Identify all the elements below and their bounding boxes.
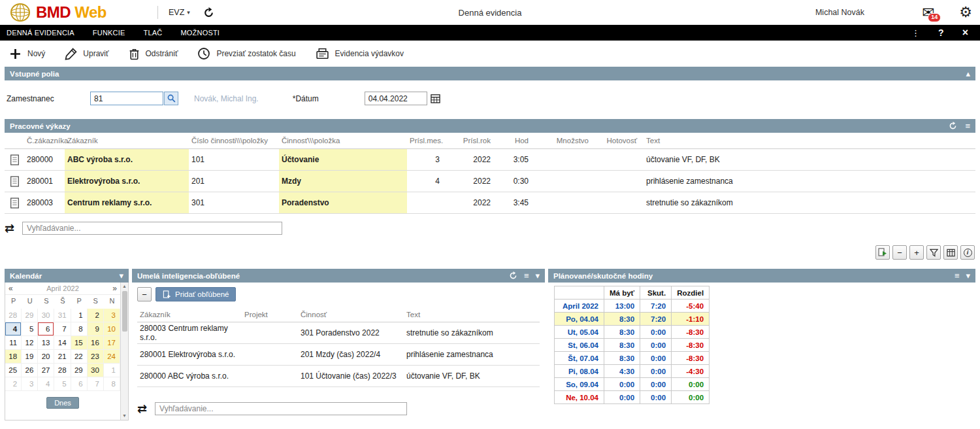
calendar-day[interactable]: 2 bbox=[88, 309, 104, 322]
remove-favorite-button[interactable]: − bbox=[137, 287, 152, 301]
calendar-day[interactable]: 18 bbox=[5, 350, 22, 364]
settings-gear-icon[interactable]: ⚙ bbox=[959, 5, 972, 20]
calendar-day[interactable]: 30 bbox=[38, 309, 54, 322]
calendar-day[interactable]: 28 bbox=[5, 309, 22, 322]
hours-row[interactable]: So, 09.04 0:00 0:00 0:00 bbox=[555, 378, 710, 391]
calendar-scrollbar[interactable]: ▲ ▼ bbox=[120, 283, 128, 420]
worklog-refresh-icon[interactable] bbox=[949, 122, 957, 130]
calendar-day[interactable]: 28 bbox=[54, 364, 71, 377]
calendar-day[interactable]: 8 bbox=[71, 322, 88, 336]
menu-tlac[interactable]: TLAČ bbox=[144, 29, 163, 37]
hours-row[interactable]: Št, 07.04 8:30 0:00 -8:30 bbox=[555, 352, 710, 365]
calendar-day[interactable]: 29 bbox=[71, 364, 88, 377]
swap-columns-icon[interactable]: ⇄ bbox=[5, 222, 14, 234]
favorites-dropdown-icon[interactable]: ▾ bbox=[535, 271, 540, 280]
favorites-panel-header[interactable]: Umelá inteligencia-obľúbené ≡ ▾ bbox=[132, 269, 545, 283]
info-button[interactable]: i bbox=[960, 245, 975, 260]
calendar-day[interactable]: 3 bbox=[104, 309, 120, 322]
calendar-day[interactable]: 31 bbox=[54, 309, 71, 322]
col-customer[interactable]: Zákazník bbox=[65, 137, 189, 145]
calendar-day[interactable]: 14 bbox=[54, 336, 71, 350]
take-time-balance-button[interactable]: Prevziať zostatok času bbox=[197, 47, 295, 60]
module-selector[interactable]: EVZ ▾ bbox=[169, 8, 190, 17]
expense-records-button[interactable]: Evidencia výdavkov bbox=[316, 48, 404, 60]
col-project[interactable]: Projekt bbox=[242, 311, 298, 318]
hours-row[interactable]: Po, 04.04 8:30 7:20 -1:10 bbox=[555, 313, 710, 326]
calendar-dropdown-icon[interactable]: ▾ bbox=[119, 271, 123, 280]
favorite-row[interactable]: 280000 ABC výroba s.r.o. 101 Účtovanie (… bbox=[137, 366, 540, 387]
worklog-search-input[interactable] bbox=[22, 222, 282, 235]
col-activity-no[interactable]: Číslo činnosti\\\položky bbox=[189, 137, 279, 145]
worklog-row[interactable]: 280003 Centrum reklamy s.r.o. 301 Porade… bbox=[5, 192, 975, 214]
col-activity[interactable]: Činnosť bbox=[298, 311, 404, 318]
calendar-day[interactable]: 8 bbox=[104, 377, 120, 391]
scrollbar-thumb[interactable] bbox=[122, 291, 127, 332]
refresh-icon[interactable] bbox=[203, 7, 214, 18]
calendar-day[interactable]: 19 bbox=[22, 350, 38, 364]
next-month-icon[interactable]: » bbox=[112, 284, 117, 293]
col-quantity[interactable]: Množstvo bbox=[535, 137, 595, 145]
favorite-row[interactable]: 280003 Centrum reklamy s.r.o. 301 Porade… bbox=[137, 322, 540, 344]
calendar-panel-header[interactable]: Kalendár ▾ bbox=[5, 269, 129, 283]
calendar-day[interactable]: 11 bbox=[5, 336, 22, 350]
favorites-list-icon[interactable]: ≡ bbox=[524, 271, 529, 280]
favorites-search-input[interactable] bbox=[155, 402, 407, 415]
calendar-day[interactable]: 24 bbox=[104, 350, 120, 364]
calendar-day[interactable]: 15 bbox=[71, 336, 88, 350]
scroll-up-icon[interactable]: ▲ bbox=[122, 283, 127, 290]
scroll-down-icon[interactable]: ▼ bbox=[122, 413, 127, 419]
calendar-day[interactable]: 25 bbox=[5, 364, 22, 377]
mail-button[interactable]: ✉14 bbox=[922, 5, 934, 20]
hours-panel-header[interactable]: Plánované/skutočné hodiny ≡ ▾ bbox=[548, 269, 975, 283]
calendar-day[interactable]: 4 bbox=[38, 377, 54, 391]
hours-list-icon[interactable]: ≡ bbox=[955, 271, 960, 280]
calendar-day[interactable]: 13 bbox=[38, 336, 54, 350]
worklog-row[interactable]: 280000 ABC výroba s.r.o. 101 Účtovanie 3… bbox=[5, 149, 975, 171]
calendar-day[interactable]: 4 bbox=[5, 322, 22, 336]
menu-denna-evidencia[interactable]: DENNÁ EVIDENCIA bbox=[7, 29, 74, 37]
calendar-day[interactable]: 30 bbox=[88, 364, 104, 377]
hours-dropdown-icon[interactable]: ▾ bbox=[966, 271, 970, 280]
calendar-day[interactable]: 1 bbox=[71, 309, 88, 322]
calendar-day[interactable]: 21 bbox=[54, 350, 71, 364]
user-name[interactable]: Michal Novák bbox=[815, 8, 864, 17]
calendar-day[interactable]: 22 bbox=[71, 350, 88, 364]
collapse-icon[interactable]: ▴ bbox=[966, 69, 970, 78]
calendar-day[interactable]: 5 bbox=[54, 377, 71, 391]
calendar-day[interactable]: 17 bbox=[104, 336, 120, 350]
calendar-day[interactable]: 5 bbox=[22, 322, 38, 336]
help-icon[interactable]: ? bbox=[938, 28, 944, 37]
delete-button[interactable]: Odstrániť bbox=[129, 48, 178, 60]
calendar-day[interactable]: 26 bbox=[22, 364, 38, 377]
columns-button[interactable] bbox=[943, 245, 958, 260]
input-fields-section-header[interactable]: Vstupné polia ▴ bbox=[5, 67, 975, 80]
calendar-day[interactable]: 3 bbox=[22, 377, 38, 391]
col-text[interactable]: Text bbox=[404, 311, 540, 318]
filter-button[interactable] bbox=[926, 245, 941, 260]
favorites-refresh-icon[interactable] bbox=[509, 271, 517, 280]
collapse-rows-button[interactable]: − bbox=[892, 245, 907, 260]
calendar-day[interactable]: 12 bbox=[22, 336, 38, 350]
swap-columns-icon[interactable]: ⇄ bbox=[137, 403, 147, 415]
col-year[interactable]: Prísl.rok bbox=[446, 137, 497, 145]
bmd-logo[interactable]: BMDWeb bbox=[8, 3, 155, 22]
new-button[interactable]: Nový bbox=[9, 48, 45, 60]
calendar-day[interactable]: 29 bbox=[22, 309, 38, 322]
more-options-icon[interactable]: ⋮ bbox=[911, 29, 920, 37]
employee-number-input[interactable] bbox=[90, 92, 163, 105]
date-picker-button[interactable] bbox=[429, 92, 443, 105]
col-cash[interactable]: Hotovosť bbox=[595, 137, 644, 145]
col-customer[interactable]: Zákazník bbox=[137, 311, 242, 318]
menu-moznosti[interactable]: MOŽNOSTI bbox=[180, 29, 220, 37]
calendar-day[interactable]: 7 bbox=[54, 322, 71, 336]
calendar-day[interactable]: 6 bbox=[38, 322, 54, 336]
calendar-day[interactable]: 23 bbox=[88, 350, 104, 364]
hours-row[interactable]: Ne, 10.04 0:00 0:00 0:00 bbox=[555, 391, 710, 404]
worklog-row[interactable]: 280001 Elektrovýroba s.r.o. 201 Mzdy 4 2… bbox=[5, 171, 975, 192]
calendar-day[interactable]: 6 bbox=[71, 377, 88, 391]
col-month[interactable]: Prísl.mes. bbox=[407, 137, 446, 145]
employee-lookup-button[interactable] bbox=[164, 92, 178, 105]
col-activity[interactable]: Činnosť\\\položka bbox=[279, 137, 407, 145]
menu-funkcie[interactable]: FUNKCIE bbox=[93, 29, 125, 37]
export-button[interactable] bbox=[875, 245, 890, 260]
